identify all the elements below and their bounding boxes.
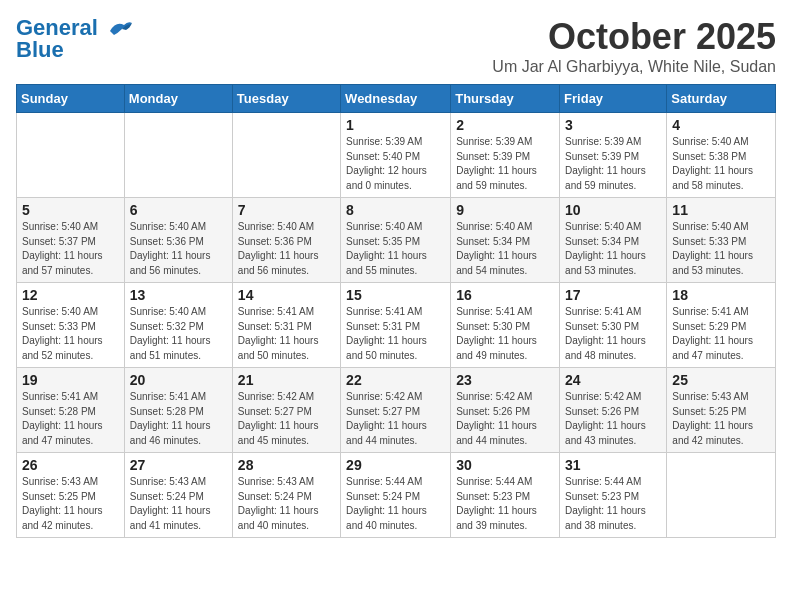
calendar-day-cell: 13Sunrise: 5:40 AM Sunset: 5:32 PM Dayli… [124,283,232,368]
day-number: 12 [22,287,119,303]
day-number: 29 [346,457,445,473]
calendar-day-cell: 16Sunrise: 5:41 AM Sunset: 5:30 PM Dayli… [451,283,560,368]
day-number: 15 [346,287,445,303]
calendar-day-cell: 30Sunrise: 5:44 AM Sunset: 5:23 PM Dayli… [451,453,560,538]
day-number: 2 [456,117,554,133]
day-info: Sunrise: 5:43 AM Sunset: 5:25 PM Dayligh… [22,475,119,533]
day-number: 7 [238,202,335,218]
calendar-day-cell: 9Sunrise: 5:40 AM Sunset: 5:34 PM Daylig… [451,198,560,283]
title-block: October 2025 Um Jar Al Gharbiyya, White … [492,16,776,76]
day-info: Sunrise: 5:40 AM Sunset: 5:38 PM Dayligh… [672,135,770,193]
day-info: Sunrise: 5:39 AM Sunset: 5:39 PM Dayligh… [456,135,554,193]
calendar-day-cell: 26Sunrise: 5:43 AM Sunset: 5:25 PM Dayli… [17,453,125,538]
day-info: Sunrise: 5:41 AM Sunset: 5:31 PM Dayligh… [346,305,445,363]
day-number: 31 [565,457,661,473]
day-info: Sunrise: 5:43 AM Sunset: 5:25 PM Dayligh… [672,390,770,448]
calendar-week-row: 1Sunrise: 5:39 AM Sunset: 5:40 PM Daylig… [17,113,776,198]
weekday-header-cell: Sunday [17,85,125,113]
calendar-day-cell: 12Sunrise: 5:40 AM Sunset: 5:33 PM Dayli… [17,283,125,368]
calendar-day-cell: 22Sunrise: 5:42 AM Sunset: 5:27 PM Dayli… [341,368,451,453]
day-info: Sunrise: 5:39 AM Sunset: 5:39 PM Dayligh… [565,135,661,193]
day-number: 20 [130,372,227,388]
calendar-day-cell: 10Sunrise: 5:40 AM Sunset: 5:34 PM Dayli… [560,198,667,283]
day-info: Sunrise: 5:44 AM Sunset: 5:23 PM Dayligh… [565,475,661,533]
day-info: Sunrise: 5:41 AM Sunset: 5:28 PM Dayligh… [22,390,119,448]
calendar-day-cell: 21Sunrise: 5:42 AM Sunset: 5:27 PM Dayli… [232,368,340,453]
day-info: Sunrise: 5:40 AM Sunset: 5:36 PM Dayligh… [238,220,335,278]
day-info: Sunrise: 5:40 AM Sunset: 5:34 PM Dayligh… [565,220,661,278]
day-info: Sunrise: 5:41 AM Sunset: 5:31 PM Dayligh… [238,305,335,363]
page-header: General Blue October 2025 Um Jar Al Ghar… [16,16,776,76]
day-number: 17 [565,287,661,303]
day-number: 18 [672,287,770,303]
day-info: Sunrise: 5:43 AM Sunset: 5:24 PM Dayligh… [238,475,335,533]
calendar-day-cell: 19Sunrise: 5:41 AM Sunset: 5:28 PM Dayli… [17,368,125,453]
calendar-day-cell: 5Sunrise: 5:40 AM Sunset: 5:37 PM Daylig… [17,198,125,283]
calendar-day-cell: 31Sunrise: 5:44 AM Sunset: 5:23 PM Dayli… [560,453,667,538]
day-info: Sunrise: 5:43 AM Sunset: 5:24 PM Dayligh… [130,475,227,533]
month-title: October 2025 [492,16,776,58]
day-number: 19 [22,372,119,388]
day-info: Sunrise: 5:40 AM Sunset: 5:33 PM Dayligh… [22,305,119,363]
calendar-day-cell: 17Sunrise: 5:41 AM Sunset: 5:30 PM Dayli… [560,283,667,368]
calendar-day-cell: 4Sunrise: 5:40 AM Sunset: 5:38 PM Daylig… [667,113,776,198]
day-number: 5 [22,202,119,218]
calendar-day-cell: 8Sunrise: 5:40 AM Sunset: 5:35 PM Daylig… [341,198,451,283]
calendar-day-cell: 15Sunrise: 5:41 AM Sunset: 5:31 PM Dayli… [341,283,451,368]
day-info: Sunrise: 5:40 AM Sunset: 5:32 PM Dayligh… [130,305,227,363]
day-number: 27 [130,457,227,473]
day-number: 3 [565,117,661,133]
calendar-day-cell [124,113,232,198]
calendar-day-cell: 3Sunrise: 5:39 AM Sunset: 5:39 PM Daylig… [560,113,667,198]
calendar-day-cell: 24Sunrise: 5:42 AM Sunset: 5:26 PM Dayli… [560,368,667,453]
day-number: 24 [565,372,661,388]
day-info: Sunrise: 5:44 AM Sunset: 5:23 PM Dayligh… [456,475,554,533]
day-info: Sunrise: 5:41 AM Sunset: 5:30 PM Dayligh… [565,305,661,363]
weekday-header-cell: Saturday [667,85,776,113]
day-number: 21 [238,372,335,388]
calendar-day-cell [17,113,125,198]
calendar-day-cell: 29Sunrise: 5:44 AM Sunset: 5:24 PM Dayli… [341,453,451,538]
day-number: 4 [672,117,770,133]
calendar-week-row: 26Sunrise: 5:43 AM Sunset: 5:25 PM Dayli… [17,453,776,538]
day-number: 23 [456,372,554,388]
weekday-header-cell: Friday [560,85,667,113]
location-title: Um Jar Al Gharbiyya, White Nile, Sudan [492,58,776,76]
calendar-day-cell: 2Sunrise: 5:39 AM Sunset: 5:39 PM Daylig… [451,113,560,198]
logo-bird-icon [106,19,134,39]
day-info: Sunrise: 5:39 AM Sunset: 5:40 PM Dayligh… [346,135,445,193]
day-number: 6 [130,202,227,218]
calendar-body: 1Sunrise: 5:39 AM Sunset: 5:40 PM Daylig… [17,113,776,538]
calendar-day-cell: 18Sunrise: 5:41 AM Sunset: 5:29 PM Dayli… [667,283,776,368]
day-info: Sunrise: 5:42 AM Sunset: 5:26 PM Dayligh… [456,390,554,448]
day-number: 30 [456,457,554,473]
calendar-table: SundayMondayTuesdayWednesdayThursdayFrid… [16,84,776,538]
weekday-header-cell: Monday [124,85,232,113]
logo: General Blue [16,16,134,62]
calendar-day-cell: 23Sunrise: 5:42 AM Sunset: 5:26 PM Dayli… [451,368,560,453]
day-number: 16 [456,287,554,303]
day-number: 25 [672,372,770,388]
calendar-week-row: 5Sunrise: 5:40 AM Sunset: 5:37 PM Daylig… [17,198,776,283]
calendar-week-row: 12Sunrise: 5:40 AM Sunset: 5:33 PM Dayli… [17,283,776,368]
day-info: Sunrise: 5:44 AM Sunset: 5:24 PM Dayligh… [346,475,445,533]
day-info: Sunrise: 5:41 AM Sunset: 5:29 PM Dayligh… [672,305,770,363]
calendar-day-cell: 28Sunrise: 5:43 AM Sunset: 5:24 PM Dayli… [232,453,340,538]
day-info: Sunrise: 5:40 AM Sunset: 5:36 PM Dayligh… [130,220,227,278]
day-info: Sunrise: 5:41 AM Sunset: 5:30 PM Dayligh… [456,305,554,363]
day-number: 8 [346,202,445,218]
calendar-day-cell [667,453,776,538]
day-number: 1 [346,117,445,133]
calendar-day-cell: 27Sunrise: 5:43 AM Sunset: 5:24 PM Dayli… [124,453,232,538]
weekday-header-cell: Tuesday [232,85,340,113]
day-info: Sunrise: 5:42 AM Sunset: 5:27 PM Dayligh… [346,390,445,448]
calendar-week-row: 19Sunrise: 5:41 AM Sunset: 5:28 PM Dayli… [17,368,776,453]
weekday-header-cell: Thursday [451,85,560,113]
day-number: 10 [565,202,661,218]
day-info: Sunrise: 5:42 AM Sunset: 5:27 PM Dayligh… [238,390,335,448]
day-info: Sunrise: 5:40 AM Sunset: 5:37 PM Dayligh… [22,220,119,278]
calendar-day-cell: 1Sunrise: 5:39 AM Sunset: 5:40 PM Daylig… [341,113,451,198]
day-number: 11 [672,202,770,218]
calendar-day-cell [232,113,340,198]
weekday-header-row: SundayMondayTuesdayWednesdayThursdayFrid… [17,85,776,113]
